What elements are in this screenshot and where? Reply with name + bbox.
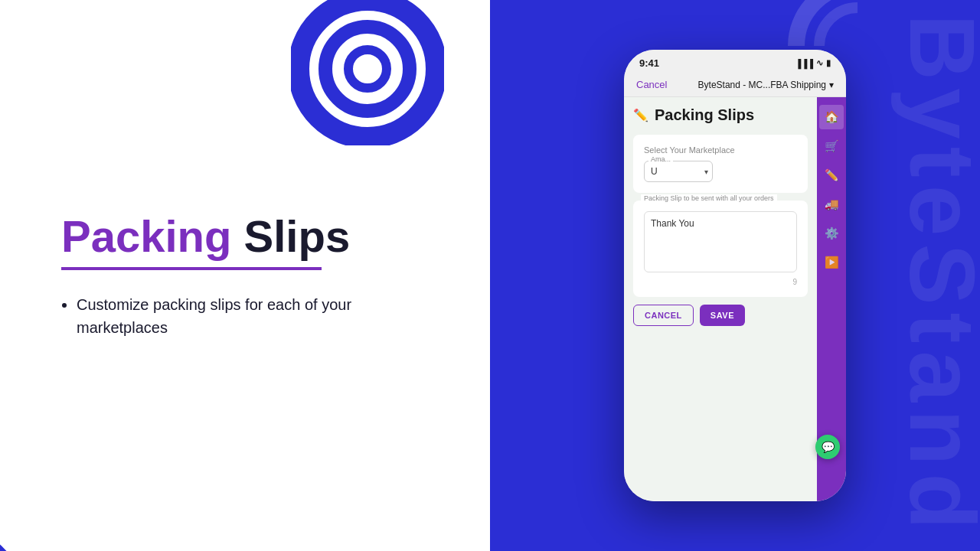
svg-point-6 <box>819 8 858 46</box>
deco-arc-right <box>735 0 858 46</box>
chat-bubble-button[interactable]: 💬 <box>815 435 840 459</box>
cancel-button[interactable]: CANCEL <box>633 305 694 326</box>
dropdown-floating-label: Ama... <box>648 155 673 163</box>
marketplace-section-label: Select Your Marketplace <box>644 145 797 155</box>
sidebar-settings-icon[interactable]: ⚙️ <box>819 221 844 246</box>
nav-store-selector[interactable]: ByteStand - MC...FBA Shipping ▾ <box>698 80 834 90</box>
sidebar-cart-icon[interactable]: 🛒 <box>819 134 844 158</box>
battery-icon: ▮ <box>826 58 831 68</box>
status-time: 9:41 <box>639 57 659 69</box>
packing-slip-card: Packing Slip to be sent with all your or… <box>633 201 808 297</box>
right-panel: ByteStand 9:41 ▐▐▐ ∿ ▮ Cancel ByteStand … <box>490 0 980 551</box>
action-buttons: CANCEL SAVE <box>633 305 808 326</box>
phone-status-bar: 9:41 ▐▐▐ ∿ ▮ <box>624 50 846 73</box>
packing-slips-header: ✏️ Packing Slips <box>633 106 808 124</box>
status-icons: ▐▐▐ ∿ ▮ <box>795 58 831 68</box>
svg-point-1 <box>325 27 410 111</box>
svg-point-3 <box>0 536 15 551</box>
bytestand-watermark: ByteStand <box>890 14 980 536</box>
bullet-list: Customize packing slips for each of your… <box>61 293 490 339</box>
packing-slip-field-label: Packing Slip to be sent with all your or… <box>641 194 777 202</box>
sidebar-shipping-icon[interactable]: 🚚 <box>819 192 844 217</box>
marketplace-dropdown[interactable]: U <box>644 161 713 182</box>
marketplace-select-wrapper: Ama... U ▾ <box>644 161 713 182</box>
signal-icon: ▐▐▐ <box>795 59 813 68</box>
bullet-item-1: Customize packing slips for each of your… <box>77 293 368 339</box>
phone-main: ✏️ Packing Slips Select Your Marketplace… <box>624 97 817 501</box>
wifi-icon: ∿ <box>816 58 823 68</box>
nav-dropdown-arrow: ▾ <box>829 80 834 90</box>
phone-content: ✏️ Packing Slips Select Your Marketplace… <box>624 97 846 501</box>
sidebar-home-icon[interactable]: 🏠 <box>819 105 844 129</box>
packing-slips-title: Packing Slips <box>655 106 754 124</box>
deco-circles-left <box>291 0 444 145</box>
marketplace-card: Select Your Marketplace Ama... U ▾ <box>633 135 808 193</box>
sidebar-play-icon[interactable]: ▶️ <box>819 250 844 275</box>
save-button[interactable]: SAVE <box>700 305 745 326</box>
nav-cancel-link[interactable]: Cancel <box>636 79 667 90</box>
svg-point-2 <box>348 50 387 88</box>
char-count: 9 <box>644 278 797 286</box>
packing-slip-textarea[interactable]: Thank You <box>644 211 797 272</box>
left-panel: Packing Slips Customize packing slips fo… <box>0 0 490 551</box>
phone-mockup: 9:41 ▐▐▐ ∿ ▮ Cancel ByteStand - MC...FBA… <box>624 50 846 501</box>
title-underline <box>61 267 322 270</box>
pencil-icon: ✏️ <box>633 108 648 122</box>
sidebar-edit-icon[interactable]: ✏️ <box>819 163 844 187</box>
page-title: Packing Slips <box>61 212 490 261</box>
phone-nav-bar: Cancel ByteStand - MC...FBA Shipping ▾ <box>624 73 846 97</box>
deco-arc-bottom-left <box>0 459 92 551</box>
